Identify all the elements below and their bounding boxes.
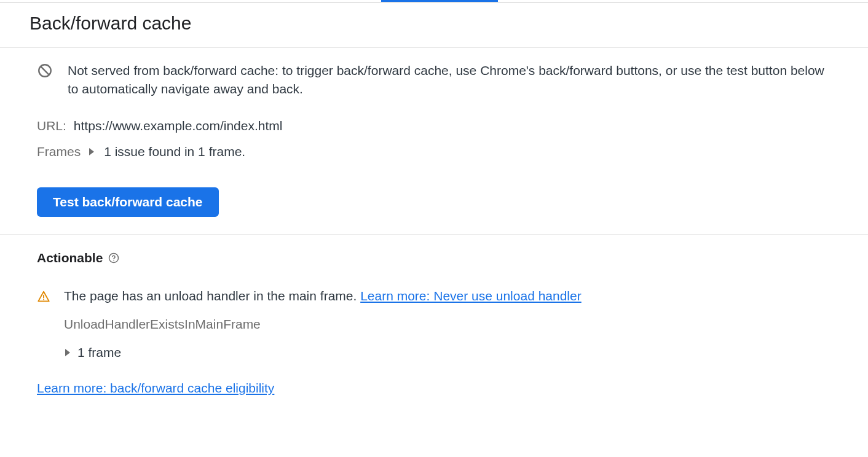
section-title: Actionable xyxy=(37,251,103,265)
frames-label: Frames xyxy=(37,144,81,159)
issue-row: The page has an unload handler in the ma… xyxy=(37,289,831,303)
bfcache-panel: Back/forward cache Not served from back/… xyxy=(0,2,868,414)
footer-link-row: Learn more: back/forward cache eligibili… xyxy=(37,381,831,396)
url-label: URL: xyxy=(37,119,66,133)
warning-icon xyxy=(37,290,50,303)
url-row: URL: https://www.example.com/index.html xyxy=(37,119,831,133)
actionable-section: Actionable The page has an unload handle… xyxy=(0,235,868,414)
issue-description: The page has an unload handler in the ma… xyxy=(64,289,360,303)
active-tab-indicator xyxy=(0,0,868,2)
status-message: Not served from back/forward cache: to t… xyxy=(68,61,831,99)
issue-text-container: The page has an unload handler in the ma… xyxy=(64,289,582,303)
section-title-row: Actionable xyxy=(37,251,831,265)
status-content: Not served from back/forward cache: to t… xyxy=(0,48,868,235)
eligibility-learn-more-link[interactable]: Learn more: back/forward cache eligibili… xyxy=(37,381,274,395)
url-value: https://www.example.com/index.html xyxy=(74,119,283,133)
not-served-icon xyxy=(37,63,53,79)
frames-summary: 1 issue found in 1 frame. xyxy=(104,144,245,159)
status-row: Not served from back/forward cache: to t… xyxy=(37,61,831,99)
page-title: Back/forward cache xyxy=(30,13,838,34)
svg-point-3 xyxy=(114,260,115,261)
frames-row: Frames 1 issue found in 1 frame. xyxy=(37,144,831,159)
chevron-right-icon[interactable] xyxy=(89,148,94,155)
test-bfcache-button[interactable]: Test back/forward cache xyxy=(37,187,219,217)
chevron-right-icon[interactable] xyxy=(65,349,70,356)
issue-reason-code: UnloadHandlerExistsInMainFrame xyxy=(64,317,831,332)
svg-point-2 xyxy=(109,253,119,262)
svg-line-1 xyxy=(41,67,49,75)
frame-count-row: 1 frame xyxy=(64,345,831,360)
issue-learn-more-link[interactable]: Learn more: Never use unload handler xyxy=(360,289,582,303)
frame-count: 1 frame xyxy=(77,345,121,360)
svg-point-5 xyxy=(43,299,44,300)
panel-header: Back/forward cache xyxy=(0,3,868,48)
help-icon[interactable] xyxy=(108,252,120,264)
